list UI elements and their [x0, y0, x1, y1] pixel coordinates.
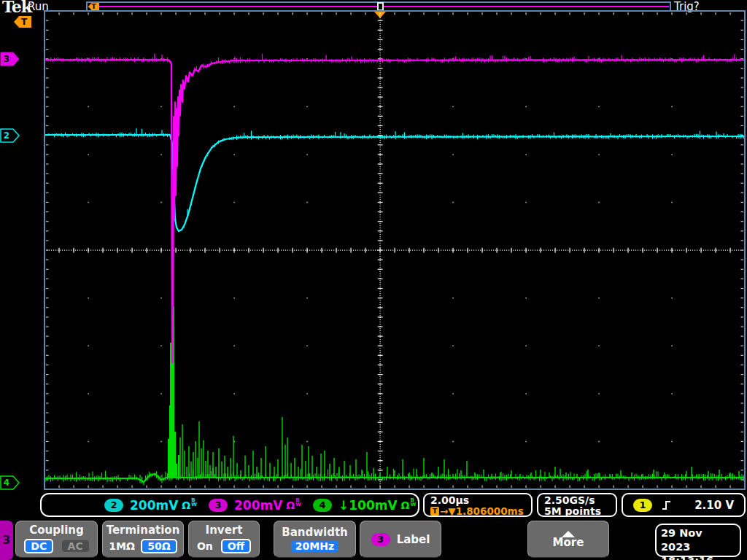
timebase-scale: 2.00µs [430, 495, 525, 506]
trigger-source-badge: 1 [633, 499, 652, 512]
svg-text:2: 2 [4, 131, 9, 141]
trigger-readout[interactable]: 1 2.10 V [622, 493, 746, 517]
termination-1m-option[interactable]: 1MΩ [109, 540, 135, 552]
channel-3-badge[interactable]: 3 [209, 499, 228, 512]
record-length: 5M points [544, 506, 610, 517]
date-value: 29 Nov 2023 [661, 526, 735, 554]
svg-text:4: 4 [4, 478, 9, 488]
channel-2-impedance: Ω [182, 499, 190, 511]
oscilloscope-screen: Tek Run Trig? T T 3 2 4 2 200mV Ω BW 3 2… [0, 0, 747, 560]
label-channel-badge: 3 [371, 533, 390, 546]
channel-4-badge[interactable]: 4 [313, 499, 332, 512]
acquisition-readout[interactable]: 2.50GS/s 5M points [537, 493, 617, 517]
rising-edge-icon [661, 499, 672, 511]
channel-3-marker[interactable]: 3 [0, 52, 20, 66]
trigger-level-value: 2.10 V [694, 499, 734, 512]
invert-button[interactable]: Invert On Off [188, 521, 260, 558]
delay-value: 1.806000ms [456, 506, 524, 516]
coupling-button[interactable]: Coupling DC AC [15, 521, 98, 558]
channel-2-badge[interactable]: 2 [104, 499, 123, 512]
horizontal-readout[interactable]: 2.00µs T →▼ 1.806000ms [423, 493, 533, 517]
waveform-display [0, 0, 747, 560]
termination-50-option[interactable]: 50Ω [141, 539, 177, 553]
label-button[interactable]: 3 Label [360, 521, 441, 558]
invert-off-option[interactable]: Off [221, 539, 251, 553]
coupling-dc-option[interactable]: DC [24, 539, 53, 553]
channel-2-marker[interactable]: 2 [0, 128, 20, 143]
channel-3-scale: 200mV [234, 498, 282, 513]
termination-button[interactable]: Termination 1MΩ 50Ω [102, 521, 184, 558]
channel-3-bandwidth-limit-icon: BW [295, 498, 301, 507]
time-value: 18:13:16 [661, 554, 735, 560]
invert-on-option[interactable]: On [197, 540, 213, 552]
channel-2-bandwidth-limit-icon: BW [191, 498, 197, 507]
channel-2-scale: 200mV [130, 498, 178, 513]
menu-channel-tab[interactable]: 3 [0, 521, 13, 560]
more-button[interactable]: More [527, 521, 609, 558]
channel-4-impedance: Ω [401, 499, 410, 511]
bandwidth-button[interactable]: Bandwidth 20MHz [274, 521, 356, 558]
channel-4-marker[interactable]: 4 [0, 475, 20, 490]
channel-4-scale: ↓100mV [338, 498, 398, 513]
menu-bar: 3 Coupling DC AC Termination 1MΩ 50Ω Inv… [0, 519, 747, 560]
delay-arrows-icon: →▼ [440, 506, 456, 516]
bandwidth-value: 20MHz [291, 540, 338, 552]
trigger-t-icon: T [430, 507, 439, 516]
horizontal-delay: T →▼ 1.806000ms [430, 506, 525, 516]
datetime-display: 29 Nov 2023 18:13:16 [655, 524, 741, 557]
svg-text:3: 3 [4, 54, 9, 64]
channel-readouts[interactable]: 2 200mV Ω BW 3 200mV Ω BW 4 ↓100mV Ω BW [40, 493, 419, 517]
coupling-ac-option[interactable]: AC [62, 540, 89, 552]
sample-rate: 2.50GS/s [544, 495, 610, 506]
channel-4-bandwidth-limit-icon: BW [411, 498, 417, 507]
channel-3-impedance: Ω [286, 499, 295, 511]
